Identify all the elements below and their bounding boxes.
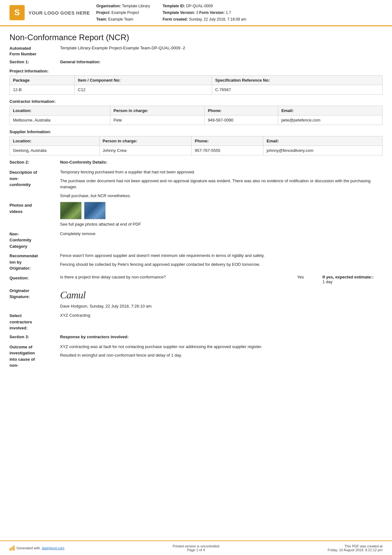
- contractor-col-0: Location:: [10, 106, 110, 115]
- outcome-label: Outcome ofinvestigationinto cause ofnon-: [9, 344, 60, 369]
- supplier-cell-0: Geelong, Australia: [10, 146, 100, 155]
- question-estimate: If yes, expected estimate:: 1 day: [319, 275, 383, 284]
- supplier-col-3: Email:: [263, 136, 383, 146]
- supplier-col-0: Location:: [10, 136, 100, 146]
- supplier-cell-2: 957-767-5555: [192, 146, 263, 155]
- photos-row: Photos andvideos See full page photos at…: [9, 202, 383, 228]
- description-p1: Temporary fencing purchased from a suppl…: [60, 169, 383, 175]
- report-title: Non-Conformance Report (NCR): [9, 33, 383, 42]
- page-header: S YOUR LOGO GOES HERE Organisation: Temp…: [0, 0, 392, 26]
- contractor-col-2: Phone:: [205, 106, 278, 115]
- header-meta-right: Template ID: DP-QUAL-0009 Template Versi…: [162, 3, 246, 22]
- question-estimate-value: 1 day: [322, 279, 333, 284]
- project-data-row: 12-B C12 C-76567: [10, 85, 383, 95]
- signature-area: Camul Dave Hodgson, Sunday, 22 July 2018…: [60, 287, 383, 309]
- contractor-cell-3: pete@petefence.com: [278, 115, 382, 125]
- question-text: Is there a project time delay caused by …: [60, 275, 294, 279]
- nonconformity-category-label: Non-ConformityCategory: [9, 231, 60, 250]
- originator-sig-row: OriginatorSignature: Camul Dave Hodgson,…: [9, 287, 383, 309]
- project-col-1: Item / Component No:: [75, 76, 212, 85]
- project-col-2: Specification Reference No:: [212, 76, 382, 85]
- template-id-row: Template ID: DP-QUAL-0009: [162, 3, 246, 9]
- supplier-info-table: Location: Person in charge: Phone: Email…: [9, 136, 383, 155]
- originator-sig-info: Dave Hodgson, Sunday, 22 July 2018, 7:26…: [60, 303, 383, 309]
- photo-thumbs: [60, 202, 383, 219]
- contractor-col-3: Email:: [278, 106, 382, 115]
- section1-row: Section 1: General Information:: [9, 59, 383, 64]
- nonconformity-category-value: Completely remove: [60, 231, 383, 237]
- form-number-label: AutomatedForm Number: [9, 46, 60, 57]
- photos-value: See full page photos attached at end of …: [60, 202, 383, 228]
- contractor-info-table: Location: Person in charge: Phone: Email…: [9, 106, 383, 125]
- footer-right: This PDF was created at Friday, 10 Augus…: [328, 544, 383, 552]
- supplier-col-2: Phone:: [192, 136, 263, 146]
- signature-image: Camul: [60, 287, 383, 302]
- description-value: Temporary fencing purchased from a suppl…: [60, 169, 383, 199]
- contractors-label: Selectcontractorsinvolved:: [9, 312, 60, 331]
- footer-logo-icon: [9, 546, 15, 551]
- header-meta: Organisation: Template Library Project: …: [96, 3, 383, 22]
- photo-thumb-2: [84, 202, 106, 219]
- contractor-cell-0: Melbourne, Australia: [10, 115, 110, 125]
- contractor-col-1: Person in charge:: [110, 106, 205, 115]
- contractor-cell-1: Pete: [110, 115, 205, 125]
- photo-thumb-1: [60, 202, 82, 219]
- contractor-info-heading: Contractor Information:: [9, 99, 383, 104]
- recommendation-p1: Fence wasn't form approved supplier and …: [60, 253, 383, 259]
- description-label: Description ofnon-conformity: [9, 169, 60, 188]
- section2-label: Section 2:: [9, 160, 60, 165]
- description-p2: The purchase order document had not been…: [60, 178, 383, 190]
- outcome-p2: Resulted in wrongful and non-conformant …: [60, 352, 383, 359]
- section3-title: Response by contractors involved:: [60, 334, 129, 339]
- svg-text:S: S: [14, 8, 20, 17]
- footer-generated-text: Generated with: [16, 546, 40, 550]
- section2-title: Non-Conformity Details:: [60, 160, 107, 165]
- footer-center-line2: Page 1 of 4: [173, 548, 219, 552]
- recommendation-value: Fence wasn't form approved supplier and …: [60, 253, 383, 267]
- outcome-p1: XYZ contracting was at fault for not con…: [60, 344, 383, 350]
- section2-row: Section 2: Non-Conformity Details:: [9, 160, 383, 165]
- dashpivot-link[interactable]: dashpivot.com: [42, 546, 64, 550]
- project-info-heading: Project Information:: [9, 69, 383, 73]
- footer-logo: [9, 546, 15, 551]
- project-cell-2: C-76567: [212, 85, 382, 95]
- outcome-value: XYZ contracting was at fault for not con…: [60, 344, 383, 359]
- question-estimate-label: If yes, expected estimate::: [322, 275, 374, 279]
- page-footer: Generated with dashpivot.com Printed ver…: [0, 540, 392, 555]
- footer-left: Generated with dashpivot.com: [9, 546, 64, 551]
- section3-row: Section 3: Response by contractors invol…: [9, 334, 383, 339]
- project-col-0: Package: [10, 76, 75, 85]
- logo-text: YOUR LOGO GOES HERE: [28, 10, 90, 16]
- section3-label: Section 3:: [9, 334, 60, 339]
- bar-3: [13, 546, 15, 551]
- supplier-info-heading: Supplier Information:: [9, 129, 383, 134]
- section1-title: General Information:: [60, 59, 101, 64]
- project-info-table: Package Item / Component No: Specificati…: [9, 75, 383, 95]
- footer-center-line1: Printed version is uncontrolled: [173, 544, 219, 548]
- form-created-row: Form created: Sunday, 22 July 2018, 7:18…: [162, 16, 246, 22]
- section1-label: Section 1:: [9, 59, 60, 64]
- contractor-cell-2: 949-567-0090: [205, 115, 278, 125]
- description-row: Description ofnon-conformity Temporary f…: [9, 169, 383, 199]
- header-meta-left: Organisation: Template Library Project: …: [96, 3, 150, 22]
- outcome-row: Outcome ofinvestigationinto cause ofnon-…: [9, 344, 383, 369]
- org-row: Organisation: Template Library: [96, 3, 150, 9]
- recommendation-p2: Fencing should be collected by Pete's fe…: [60, 261, 383, 268]
- bar-1: [9, 548, 11, 551]
- supplier-col-1: Person in charge:: [99, 136, 191, 146]
- recommendation-label: Recommendation byOriginator:: [9, 253, 60, 271]
- form-number-value: Template Library-Example Project-Example…: [60, 46, 185, 50]
- project-cell-0: 12-B: [10, 85, 75, 95]
- originator-sig-label: OriginatorSignature:: [9, 287, 60, 300]
- team-row: Team: Example Team: [96, 16, 150, 22]
- supplier-cell-1: Johnny Crew: [99, 146, 191, 155]
- project-cell-1: C12: [75, 85, 212, 95]
- nonconformity-category-row: Non-ConformityCategory Completely remove: [9, 231, 383, 250]
- question-row: Question: Is there a project time delay …: [9, 275, 383, 284]
- main-content: Non-Conformance Report (NCR) AutomatedFo…: [0, 26, 392, 540]
- originator-sig-value: Camul Dave Hodgson, Sunday, 22 July 2018…: [60, 287, 383, 309]
- question-content: Is there a project time delay caused by …: [60, 275, 383, 284]
- footer-center: Printed version is uncontrolled Page 1 o…: [173, 544, 219, 552]
- bar-2: [11, 547, 13, 551]
- photos-caption: See full page photos attached at end of …: [60, 221, 383, 228]
